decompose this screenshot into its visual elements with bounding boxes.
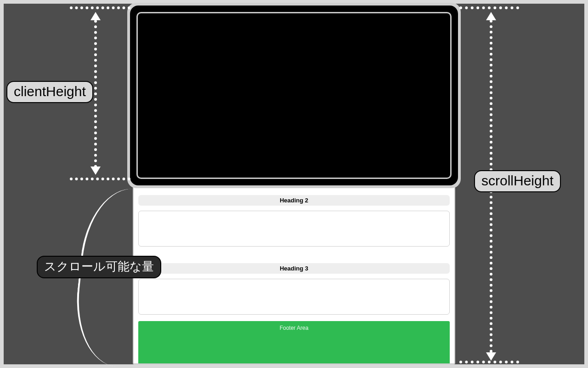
measure-clientheight <box>94 14 97 168</box>
label-scrollheight: scrollHeight <box>474 170 561 192</box>
label-clientheight: clientHeight <box>6 81 93 103</box>
section-heading: Heading 3 <box>138 263 450 274</box>
measure-tick <box>70 6 130 9</box>
arrow-down-icon <box>90 167 101 175</box>
measure-tick <box>459 361 519 363</box>
arrow-up-icon <box>90 12 101 20</box>
label-scrollable-amount: スクロール可能な量 <box>37 256 161 278</box>
measure-tick <box>459 6 519 9</box>
footer-area: Footer Area <box>138 321 450 363</box>
viewport-frame <box>130 6 458 185</box>
content-box <box>138 211 450 247</box>
content-box <box>138 279 450 315</box>
arrow-up-icon <box>486 12 496 20</box>
arrow-down-icon <box>486 352 496 361</box>
section-heading: Heading 2 <box>138 195 450 206</box>
measure-tick <box>70 178 130 180</box>
